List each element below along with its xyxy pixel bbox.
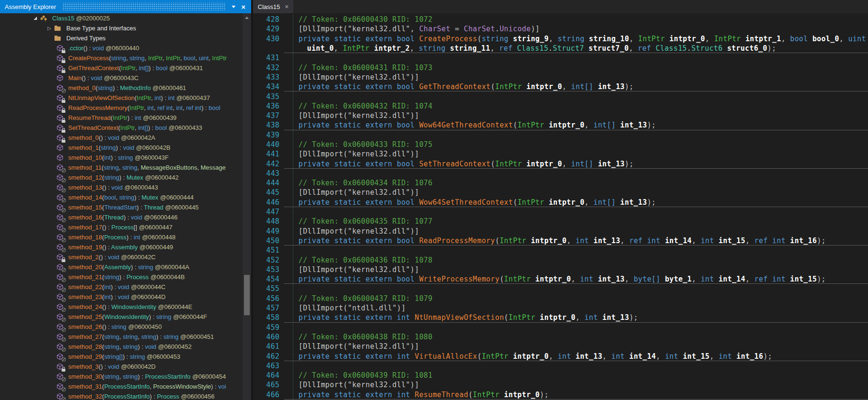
scroll-up-icon[interactable] (245, 17, 249, 19)
assembly-explorer-panel: Assembly Explorer × Class15 @02000025Bas… (0, 0, 251, 400)
tree-row[interactable]: smethod_26() : string @06000450 (0, 322, 243, 332)
code-line[interactable]: 461[DllImport("kernel32.dll")] (253, 342, 868, 351)
tree-row[interactable]: Base Type and Interfaces (0, 23, 243, 33)
code-area[interactable]: 428// Token: 0x06000430 RID: 1072429[Dll… (253, 13, 868, 400)
code-line[interactable]: 437[DllImport("kernel32.dll")] (253, 111, 868, 120)
code-line[interactable]: 429[DllImport("kernel32.dll", CharSet = … (253, 24, 868, 34)
tree-row[interactable]: smethod_20(Assembly) : string @0600044A (0, 262, 243, 272)
panel-close-icon[interactable]: × (239, 3, 247, 10)
tree-row[interactable]: smethod_11(string, string, MessageBoxBut… (0, 163, 243, 173)
code-line[interactable]: 439 (253, 130, 868, 140)
code-line[interactable]: 452// Token: 0x06000436 RID: 1078 (253, 255, 868, 264)
tree-row[interactable]: method_0(string) : MethodInfo @06000461 (0, 83, 243, 93)
code-line[interactable]: 453[DllImport("kernel32.dll")] (253, 265, 868, 274)
tree-row[interactable]: smethod_1(string) : void @0600042B (0, 143, 243, 153)
code-line[interactable]: 440// Token: 0x06000433 RID: 1075 (253, 140, 868, 149)
code-line[interactable]: 457[DllImport("ntdll.dll")] (253, 303, 868, 313)
code-line[interactable]: 442private static extern bool SetThreadC… (253, 159, 868, 168)
cube-icon (56, 254, 63, 261)
code-line[interactable]: 455 (253, 284, 868, 293)
tree-row[interactable]: NtUnmapViewOfSection(IntPtr, int) : int … (0, 93, 243, 103)
code-line[interactable]: 445[DllImport("kernel32.dll")] (253, 188, 868, 197)
code-line[interactable]: 433[DllImport("kernel32.dll")] (253, 73, 868, 82)
tree-row[interactable]: Main() : void @0600043C (0, 73, 243, 83)
tree-row[interactable]: smethod_3() : void @0600042D (0, 362, 243, 372)
tree-row[interactable]: smethod_0() : void @0600042A (0, 133, 243, 143)
line-number: 458 (253, 313, 280, 322)
code-line[interactable]: 456// Token: 0x06000437 RID: 1079 (253, 294, 868, 303)
code-line[interactable]: 434private static extern bool GetThreadC… (253, 82, 868, 91)
code-line[interactable]: 454private static extern bool WriteProce… (253, 274, 868, 284)
code-line[interactable]: 432// Token: 0x06000431 RID: 1073 (253, 63, 868, 72)
code-line[interactable]: 450private static extern bool ReadProces… (253, 236, 868, 245)
code-line[interactable]: 446private static extern bool Wow64SetTh… (253, 198, 868, 207)
code-line[interactable]: 464// Token: 0x06000439 RID: 1081 (253, 371, 868, 380)
tree-row[interactable]: Class15 @02000025 (0, 13, 243, 23)
expander-closed-icon[interactable] (45, 26, 54, 31)
tree-row[interactable]: smethod_29(string[]) : string @06000453 (0, 352, 243, 362)
assembly-tree[interactable]: Class15 @02000025Base Type and Interface… (0, 13, 243, 400)
tree-row[interactable]: smethod_14(bool, string) : Mutex @060004… (0, 192, 243, 202)
line-number: 461 (253, 342, 280, 351)
tree-row[interactable]: smethod_22(int) : void @0600044C (0, 282, 243, 292)
code-line[interactable]: 459 (253, 323, 868, 332)
tree-row[interactable]: smethod_19() : Assembly @06000449 (0, 242, 243, 252)
line-number: 452 (253, 256, 280, 264)
tree-row[interactable]: smethod_15(ThreadStart) : Thread @060004… (0, 202, 243, 212)
code-line[interactable]: 458private static extern int NtUnmapView… (253, 313, 868, 322)
tree-scrollbar[interactable] (243, 13, 251, 400)
code-line[interactable]: 463 (253, 361, 868, 371)
tree-row[interactable]: smethod_18(Process) : int @06000448 (0, 232, 243, 242)
code-line[interactable]: 430private static extern bool CreateProc… (253, 34, 868, 44)
tree-row[interactable]: Derived Types (0, 33, 243, 43)
code-line[interactable]: 451 (253, 245, 868, 255)
code-line[interactable]: 465[DllImport("kernel32.dll")] (253, 380, 868, 390)
tree-row[interactable]: SetThreadContext(IntPtr, int[]) : bool @… (0, 123, 243, 133)
tree-row[interactable]: smethod_16(Thread) : void @06000446 (0, 212, 243, 222)
tree-row[interactable]: smethod_21(string) : Process @0600044B (0, 272, 243, 282)
line-number: 434 (253, 82, 280, 91)
tree-row[interactable]: ReadProcessMemory(IntPtr, int, ref int, … (0, 103, 243, 113)
tree-row[interactable]: smethod_23(int) : void @0600044D (0, 292, 243, 302)
code-line[interactable]: uint_0, IntPtr intptr_2, string string_1… (253, 44, 868, 53)
tab-class15[interactable]: Class15 × (253, 0, 293, 13)
scrollbar-thumb[interactable] (244, 275, 250, 315)
code-line[interactable]: 438private static extern bool Wow64GetTh… (253, 120, 868, 130)
tree-row[interactable]: CreateProcess(string, string, IntPtr, In… (0, 53, 243, 63)
tree-row[interactable]: smethod_27(string, string, string) : str… (0, 332, 243, 342)
tree-row-label: CreateProcess(string, string, IntPtr, In… (68, 55, 227, 62)
code-line[interactable]: 443 (253, 169, 868, 178)
tree-row[interactable]: smethod_12(string) : Mutex @06000442 (0, 173, 243, 182)
expander-open-icon[interactable] (30, 17, 40, 20)
tree-row[interactable]: smethod_30(string, string) : ProcessStar… (0, 372, 243, 382)
tree-row-label: smethod_19() : Assembly @06000449 (68, 244, 173, 251)
code-line[interactable]: 460// Token: 0x06000438 RID: 1080 (253, 332, 868, 342)
tab-close-icon[interactable]: × (285, 3, 289, 10)
chevron-down-icon[interactable] (232, 6, 235, 8)
code-line[interactable]: 441[DllImport("kernel32.dll")] (253, 149, 868, 159)
code-line[interactable]: 428// Token: 0x06000430 RID: 1072 (253, 15, 868, 24)
code-line[interactable]: 436// Token: 0x06000432 RID: 1074 (253, 101, 868, 111)
tree-row[interactable]: smethod_32(ProcessStartInfo) : Process @… (0, 391, 243, 400)
tree-row[interactable]: smethod_10(int) : string @0600043F (0, 153, 243, 163)
code-line[interactable]: 431 (253, 53, 868, 63)
code-line[interactable]: 449[DllImport("kernel32.dll")] (253, 227, 868, 236)
code-line[interactable]: 448// Token: 0x06000435 RID: 1077 (253, 217, 868, 226)
tree-row[interactable]: GetThreadContext(IntPtr, int[]) : bool @… (0, 63, 243, 73)
tree-row[interactable]: smethod_2() : void @0600042C (0, 252, 243, 262)
code-line[interactable]: 466private static extern int ResumeThrea… (253, 390, 868, 400)
tree-row[interactable]: smethod_28(string, string) : void @06000… (0, 342, 243, 352)
code-line[interactable]: 447 (253, 207, 868, 217)
tree-row[interactable]: smethod_24() : WindowsIdentity @0600044E (0, 302, 243, 312)
code-line[interactable]: 435 (253, 91, 868, 101)
line-number: 464 (253, 371, 280, 380)
tree-row[interactable]: .cctor() : void @06000440 (0, 43, 243, 53)
cube-icon (56, 114, 63, 122)
tree-row[interactable]: smethod_25(WindowsIdentity) : string @06… (0, 312, 243, 322)
tree-row[interactable]: ResumeThread(IntPtr) : int @06000439 (0, 113, 243, 123)
code-line[interactable]: 462private static extern int VirtualAllo… (253, 351, 868, 361)
tree-row[interactable]: smethod_17() : Process[] @06000447 (0, 222, 243, 232)
tree-row[interactable]: smethod_31(ProcessStartInfo, ProcessWind… (0, 382, 243, 391)
code-line[interactable]: 444// Token: 0x06000434 RID: 1076 (253, 178, 868, 188)
tree-row[interactable]: smethod_13() : void @06000443 (0, 182, 243, 192)
